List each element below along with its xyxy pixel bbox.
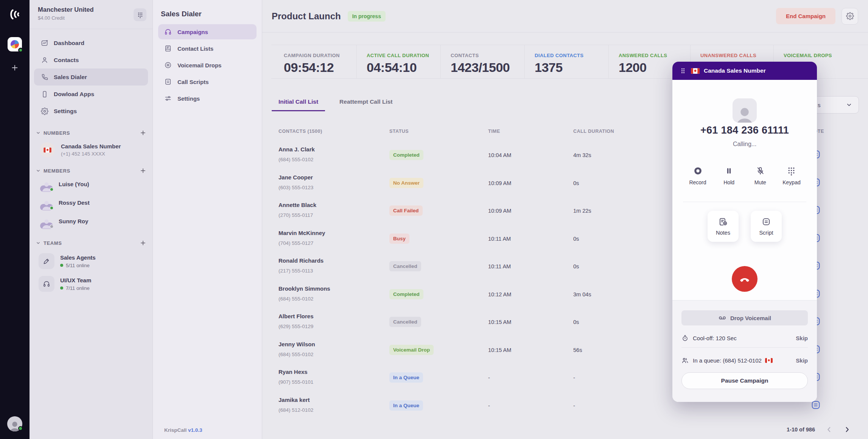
contact-name: Anna J. Clark — [278, 146, 315, 153]
call-time: 10:09 AM — [488, 180, 511, 186]
app-version: KrispCall v1.0.3 — [164, 427, 202, 433]
dialer-menu-item[interactable]: Call Scripts — [158, 74, 257, 89]
call-time: 10:09 AM — [488, 208, 511, 214]
nav-item-icon — [41, 56, 48, 64]
dialpad-button[interactable] — [134, 8, 146, 21]
add-team-icon[interactable] — [140, 240, 146, 246]
queue-skip-button[interactable]: Skip — [796, 357, 808, 364]
member-item[interactable]: Luise (You) — [40, 176, 146, 193]
call-control-button[interactable]: Mute — [748, 166, 772, 185]
team-item[interactable]: Sales Agents 5/11 online — [39, 253, 146, 269]
dialer-menu: Campaigns Contact Lists Voicemail Drops … — [153, 18, 262, 106]
dialer-menu-item[interactable]: Campaigns — [158, 24, 257, 39]
call-action-card[interactable]: Notes — [708, 211, 739, 242]
online-dot — [60, 286, 63, 290]
stat-card: DIALED CONTACTS 1375 — [524, 45, 608, 78]
sidebar-nav-item[interactable]: Sales Dialer — [34, 68, 148, 86]
call-list-tab[interactable]: Initial Call List — [272, 98, 325, 111]
stat-label: ANSWERED CALLS — [619, 53, 690, 58]
team-name: UI/UX Team — [60, 277, 91, 283]
campaign-settings-button[interactable] — [842, 8, 858, 25]
dialer-menu-item[interactable]: Settings — [158, 91, 257, 106]
call-control-button[interactable]: Keypad — [780, 166, 803, 185]
add-number-icon[interactable] — [140, 129, 146, 136]
drop-voicemail-button[interactable]: Drop Voicemail — [681, 310, 808, 325]
phone-down-icon — [739, 273, 751, 285]
cooloff-skip-button[interactable]: Skip — [796, 335, 808, 341]
nav-item-label: Sales Dialer — [54, 74, 87, 81]
menu-item-label: Campaigns — [177, 29, 208, 35]
call-action-label: Notes — [716, 230, 730, 236]
queue-label: In a queue: — [693, 357, 721, 364]
presence-dot — [50, 187, 54, 191]
sidebar-nav-item[interactable]: Settings — [34, 103, 148, 120]
end-campaign-button[interactable]: End Campaign — [776, 8, 835, 24]
members-list: Luise (You) Rossy Dest Sunny Roy — [30, 176, 152, 230]
call-control-button[interactable]: Hold — [717, 166, 741, 185]
call-control-label: Hold — [723, 179, 734, 185]
stat-card: CONTACTS 1423/1500 — [440, 45, 524, 78]
online-dot — [60, 264, 63, 267]
dialer-menu-item[interactable]: Contact Lists — [158, 41, 257, 56]
column-contacts: CONTACTS (1500) — [278, 129, 322, 134]
divider — [681, 347, 808, 348]
contact-phone: (684) 512-0102 — [278, 407, 313, 413]
menu-item-label: Contact Lists — [177, 45, 213, 52]
team-status: 5/11 online — [60, 263, 96, 268]
add-member-icon[interactable] — [140, 167, 146, 174]
member-item[interactable]: Sunny Roy — [40, 213, 146, 230]
cooloff-row: Cool-off: 120 Sec Skip — [681, 335, 808, 342]
member-item[interactable]: Rossy Dest — [40, 194, 146, 211]
numbers-section-title: NUMBERS — [44, 130, 70, 136]
chevron-down-icon[interactable] — [36, 168, 41, 173]
dialpad-icon — [137, 12, 143, 18]
drag-handle-icon[interactable] — [679, 67, 687, 75]
country-flag-badge — [40, 142, 55, 157]
call-list-tab[interactable]: Reattempt Call List — [333, 98, 399, 111]
member-name: Rossy Dest — [59, 199, 90, 206]
team-item[interactable]: UI/UX Team 7/11 online — [39, 276, 146, 292]
chevron-down-icon[interactable] — [36, 240, 41, 246]
status-badge: Busy — [389, 234, 409, 244]
call-list-tabs: Initial Call List Reattempt Call List — [272, 98, 399, 111]
add-workspace-icon[interactable] — [11, 64, 19, 72]
call-duration: 0s — [573, 319, 579, 325]
divider — [683, 202, 806, 202]
workspace-header[interactable]: Manchester United $4.00 Credit — [30, 0, 152, 29]
canada-flag-icon — [44, 148, 51, 153]
contact-phone: (684) 555-0102 — [278, 296, 313, 302]
stat-label: VOICEMAIL DROPS — [784, 53, 868, 58]
panel-title: Sales Dialer — [153, 0, 262, 18]
column-status: STATUS — [389, 129, 409, 134]
member-avatar — [40, 215, 53, 228]
team-tile — [39, 253, 54, 269]
status-badge: Voicemail Drop — [389, 345, 434, 355]
call-control-label: Record — [689, 179, 706, 185]
chevron-down-icon[interactable] — [36, 130, 41, 135]
next-page-icon[interactable] — [843, 425, 851, 434]
numbers-list: Canada Sales Number (+1) 452 145 XXXX — [30, 136, 152, 157]
dialer-menu-item[interactable]: Voicemail Drops — [158, 58, 257, 73]
member-avatar — [40, 178, 53, 191]
call-action-card[interactable]: Script — [751, 211, 782, 242]
app-rail — [0, 0, 30, 439]
call-time: - — [488, 375, 490, 381]
number-item[interactable]: Canada Sales Number (+1) 452 145 XXXX — [30, 136, 152, 157]
members-section-header: MEMBERS — [30, 167, 152, 174]
column-call-duration: CALL DURATION — [573, 129, 614, 134]
call-time: 10:15 AM — [488, 319, 511, 325]
voicemail-icon — [718, 314, 726, 322]
hangup-button[interactable] — [732, 266, 758, 292]
previous-page-icon[interactable] — [825, 425, 833, 434]
sidebar-nav-item[interactable]: Dowload Apps — [34, 86, 148, 103]
sidebar-nav-item[interactable]: Contacts — [34, 51, 148, 68]
contact-name: Ryan Hexs — [278, 369, 308, 375]
call-widget-header: Canada Sales Number — [672, 62, 817, 80]
team-icon — [43, 257, 50, 265]
pause-campaign-button[interactable]: Pause Campaign — [681, 372, 808, 389]
contact-name: Jenny Wilson — [278, 341, 315, 347]
contact-name: Marvin McKinney — [278, 230, 325, 236]
workspace-switcher-button[interactable] — [8, 37, 22, 51]
sidebar-nav-item[interactable]: Dashboard — [34, 34, 148, 51]
call-control-button[interactable]: Record — [686, 166, 709, 185]
